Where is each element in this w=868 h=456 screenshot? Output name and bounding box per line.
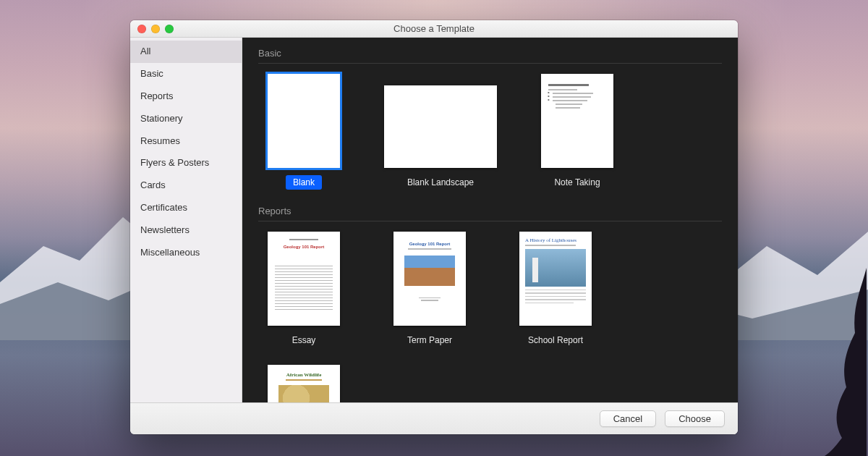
section-divider — [258, 221, 722, 221]
footer: Cancel Choose — [130, 402, 738, 434]
template-thumb: Geology 101 Report — [393, 232, 466, 326]
sidebar-item-label: Newsletters — [140, 224, 190, 235]
template-note-taking[interactable]: Note Taking — [532, 74, 623, 190]
sidebar-item-basic[interactable]: Basic — [130, 63, 242, 85]
window-controls — [137, 25, 174, 33]
sidebar-item-label: All — [140, 46, 150, 56]
template-label: Blank — [286, 175, 322, 190]
sidebar: All Basic Reports Stationery Resumes Fly… — [130, 38, 242, 402]
section-header-basic: Basic — [258, 45, 722, 63]
template-thumb — [268, 74, 340, 168]
sidebar-item-newsletters[interactable]: Newsletters — [130, 219, 242, 242]
choose-button[interactable]: Choose — [665, 410, 725, 427]
template-thumb: African Wildlife — [268, 365, 340, 402]
minimize-icon[interactable] — [151, 25, 160, 33]
sidebar-item-stationery[interactable]: Stationery — [130, 108, 242, 130]
desktop-wallpaper: Choose a Template All Basic Reports Stat… — [0, 0, 868, 456]
template-thumb — [541, 74, 613, 168]
zoom-icon[interactable] — [165, 25, 174, 33]
template-school-report[interactable]: A History of Lighthouses Schoo — [510, 232, 601, 347]
titlebar[interactable]: Choose a Template — [130, 20, 738, 38]
sidebar-item-label: Flyers & Posters — [140, 157, 209, 168]
template-blank-landscape[interactable]: Blank Landscape — [384, 74, 497, 190]
template-chooser-window: Choose a Template All Basic Reports Stat… — [130, 20, 738, 434]
template-label: Note Taking — [547, 175, 607, 190]
sidebar-item-label: Miscellaneous — [140, 247, 200, 258]
sidebar-item-label: Certificates — [140, 202, 187, 213]
sidebar-item-label: Cards — [140, 180, 166, 190]
cancel-button[interactable]: Cancel — [600, 410, 656, 427]
template-label: Blank Landscape — [400, 175, 481, 190]
window-title: Choose a Template — [130, 23, 738, 34]
template-thumb — [384, 85, 497, 168]
sidebar-item-resumes[interactable]: Resumes — [130, 130, 242, 153]
sidebar-item-certificates[interactable]: Certificates — [130, 197, 242, 219]
thumb-preview-title: Geology 101 Report — [393, 242, 466, 246]
sidebar-item-cards[interactable]: Cards — [130, 174, 242, 197]
template-term-paper[interactable]: Geology 101 Report Term Paper — [384, 232, 475, 347]
template-thumb: Geology 101 Report — [268, 232, 340, 326]
template-label: School Report — [521, 333, 590, 347]
template-thumb: A History of Lighthouses — [519, 232, 592, 326]
sidebar-item-all[interactable]: All — [130, 41, 242, 63]
template-essay[interactable]: Geology 101 Report Essay — [258, 232, 349, 347]
template-blank[interactable]: Blank — [258, 74, 349, 190]
thumb-preview-title: Geology 101 Report — [268, 245, 340, 249]
sidebar-item-label: Reports — [140, 90, 174, 101]
close-icon[interactable] — [137, 25, 146, 33]
sidebar-item-label: Basic — [140, 68, 163, 79]
template-visual-report[interactable]: African Wildlife Visual Report — [258, 365, 349, 402]
sidebar-item-label: Stationery — [140, 113, 183, 124]
template-label: Term Paper — [400, 333, 459, 347]
sidebar-item-label: Resumes — [140, 135, 180, 146]
sidebar-item-reports[interactable]: Reports — [130, 85, 242, 108]
template-gallery[interactable]: Basic Blank Blank Landscape — [242, 38, 738, 402]
template-label: Essay — [285, 333, 323, 347]
thumb-preview-title: African Wildlife — [268, 372, 340, 378]
section-header-reports: Reports — [258, 203, 722, 221]
thumb-preview-title: A History of Lighthouses — [519, 232, 592, 245]
section-divider — [258, 63, 722, 64]
sidebar-item-flyers-posters[interactable]: Flyers & Posters — [130, 152, 242, 174]
sidebar-item-miscellaneous[interactable]: Miscellaneous — [130, 242, 242, 264]
